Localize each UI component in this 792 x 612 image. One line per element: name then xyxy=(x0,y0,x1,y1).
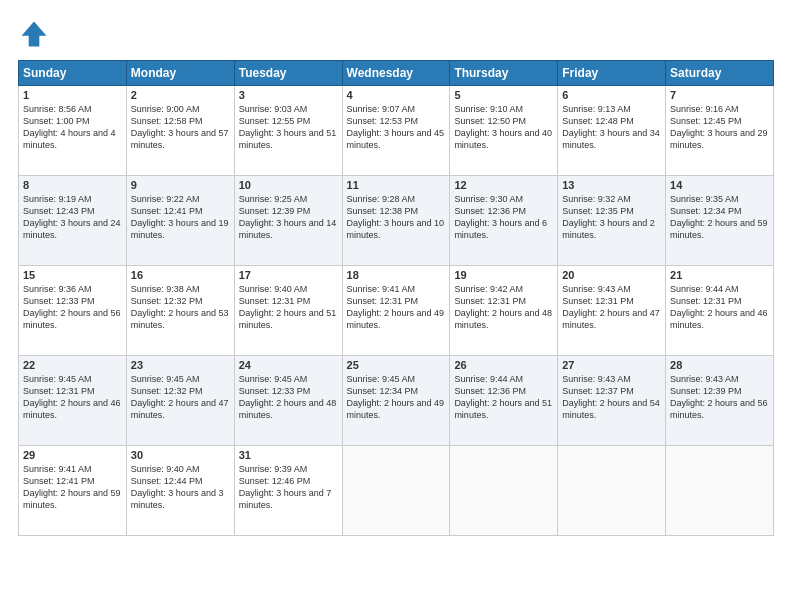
day-number: 26 xyxy=(454,359,553,371)
calendar-cell: 2Sunrise: 9:00 AMSunset: 12:58 PMDayligh… xyxy=(126,86,234,176)
weekday-header-wednesday: Wednesday xyxy=(342,61,450,86)
cell-content: Sunrise: 9:00 AMSunset: 12:58 PMDaylight… xyxy=(131,103,230,152)
cell-content: Sunrise: 9:16 AMSunset: 12:45 PMDaylight… xyxy=(670,103,769,152)
week-row-5: 29Sunrise: 9:41 AMSunset: 12:41 PMDaylig… xyxy=(19,446,774,536)
day-number: 28 xyxy=(670,359,769,371)
header-row: SundayMondayTuesdayWednesdayThursdayFrid… xyxy=(19,61,774,86)
day-number: 31 xyxy=(239,449,338,461)
calendar-cell: 27Sunrise: 9:43 AMSunset: 12:37 PMDaylig… xyxy=(558,356,666,446)
calendar-cell: 4Sunrise: 9:07 AMSunset: 12:53 PMDayligh… xyxy=(342,86,450,176)
cell-content: Sunrise: 9:43 AMSunset: 12:31 PMDaylight… xyxy=(562,283,661,332)
day-number: 15 xyxy=(23,269,122,281)
day-number: 8 xyxy=(23,179,122,191)
cell-content: Sunrise: 9:45 AMSunset: 12:31 PMDaylight… xyxy=(23,373,122,422)
day-number: 13 xyxy=(562,179,661,191)
weekday-header-friday: Friday xyxy=(558,61,666,86)
day-number: 6 xyxy=(562,89,661,101)
day-number: 19 xyxy=(454,269,553,281)
cell-content: Sunrise: 9:07 AMSunset: 12:53 PMDaylight… xyxy=(347,103,446,152)
cell-content: Sunrise: 8:56 AMSunset: 1:00 PMDaylight:… xyxy=(23,103,122,152)
cell-content: Sunrise: 9:45 AMSunset: 12:33 PMDaylight… xyxy=(239,373,338,422)
calendar-body: 1Sunrise: 8:56 AMSunset: 1:00 PMDaylight… xyxy=(19,86,774,536)
week-row-1: 1Sunrise: 8:56 AMSunset: 1:00 PMDaylight… xyxy=(19,86,774,176)
logo-icon xyxy=(18,18,50,50)
calendar-cell: 16Sunrise: 9:38 AMSunset: 12:32 PMDaylig… xyxy=(126,266,234,356)
week-row-2: 8Sunrise: 9:19 AMSunset: 12:43 PMDayligh… xyxy=(19,176,774,266)
calendar-cell: 29Sunrise: 9:41 AMSunset: 12:41 PMDaylig… xyxy=(19,446,127,536)
weekday-header-tuesday: Tuesday xyxy=(234,61,342,86)
weekday-header-sunday: Sunday xyxy=(19,61,127,86)
day-number: 14 xyxy=(670,179,769,191)
calendar-cell: 24Sunrise: 9:45 AMSunset: 12:33 PMDaylig… xyxy=(234,356,342,446)
day-number: 24 xyxy=(239,359,338,371)
cell-content: Sunrise: 9:30 AMSunset: 12:36 PMDaylight… xyxy=(454,193,553,242)
day-number: 7 xyxy=(670,89,769,101)
cell-content: Sunrise: 9:39 AMSunset: 12:46 PMDaylight… xyxy=(239,463,338,512)
day-number: 12 xyxy=(454,179,553,191)
calendar-cell: 8Sunrise: 9:19 AMSunset: 12:43 PMDayligh… xyxy=(19,176,127,266)
day-number: 22 xyxy=(23,359,122,371)
calendar-cell: 10Sunrise: 9:25 AMSunset: 12:39 PMDaylig… xyxy=(234,176,342,266)
svg-marker-0 xyxy=(22,22,47,47)
cell-content: Sunrise: 9:45 AMSunset: 12:34 PMDaylight… xyxy=(347,373,446,422)
day-number: 9 xyxy=(131,179,230,191)
calendar-cell: 6Sunrise: 9:13 AMSunset: 12:48 PMDayligh… xyxy=(558,86,666,176)
calendar-cell: 3Sunrise: 9:03 AMSunset: 12:55 PMDayligh… xyxy=(234,86,342,176)
cell-content: Sunrise: 9:42 AMSunset: 12:31 PMDaylight… xyxy=(454,283,553,332)
day-number: 10 xyxy=(239,179,338,191)
day-number: 1 xyxy=(23,89,122,101)
calendar-cell: 5Sunrise: 9:10 AMSunset: 12:50 PMDayligh… xyxy=(450,86,558,176)
calendar-cell: 18Sunrise: 9:41 AMSunset: 12:31 PMDaylig… xyxy=(342,266,450,356)
cell-content: Sunrise: 9:32 AMSunset: 12:35 PMDaylight… xyxy=(562,193,661,242)
calendar-cell: 1Sunrise: 8:56 AMSunset: 1:00 PMDaylight… xyxy=(19,86,127,176)
calendar-cell: 28Sunrise: 9:43 AMSunset: 12:39 PMDaylig… xyxy=(666,356,774,446)
weekday-header-monday: Monday xyxy=(126,61,234,86)
day-number: 18 xyxy=(347,269,446,281)
page: SundayMondayTuesdayWednesdayThursdayFrid… xyxy=(0,0,792,612)
week-row-4: 22Sunrise: 9:45 AMSunset: 12:31 PMDaylig… xyxy=(19,356,774,446)
cell-content: Sunrise: 9:40 AMSunset: 12:31 PMDaylight… xyxy=(239,283,338,332)
cell-content: Sunrise: 9:28 AMSunset: 12:38 PMDaylight… xyxy=(347,193,446,242)
weekday-header-thursday: Thursday xyxy=(450,61,558,86)
calendar-cell: 15Sunrise: 9:36 AMSunset: 12:33 PMDaylig… xyxy=(19,266,127,356)
cell-content: Sunrise: 9:36 AMSunset: 12:33 PMDaylight… xyxy=(23,283,122,332)
calendar-cell xyxy=(666,446,774,536)
day-number: 27 xyxy=(562,359,661,371)
calendar-cell: 19Sunrise: 9:42 AMSunset: 12:31 PMDaylig… xyxy=(450,266,558,356)
cell-content: Sunrise: 9:45 AMSunset: 12:32 PMDaylight… xyxy=(131,373,230,422)
calendar-header: SundayMondayTuesdayWednesdayThursdayFrid… xyxy=(19,61,774,86)
cell-content: Sunrise: 9:44 AMSunset: 12:36 PMDaylight… xyxy=(454,373,553,422)
cell-content: Sunrise: 9:13 AMSunset: 12:48 PMDaylight… xyxy=(562,103,661,152)
day-number: 11 xyxy=(347,179,446,191)
day-number: 21 xyxy=(670,269,769,281)
calendar-cell: 22Sunrise: 9:45 AMSunset: 12:31 PMDaylig… xyxy=(19,356,127,446)
calendar-cell: 7Sunrise: 9:16 AMSunset: 12:45 PMDayligh… xyxy=(666,86,774,176)
day-number: 4 xyxy=(347,89,446,101)
cell-content: Sunrise: 9:43 AMSunset: 12:39 PMDaylight… xyxy=(670,373,769,422)
calendar-cell: 30Sunrise: 9:40 AMSunset: 12:44 PMDaylig… xyxy=(126,446,234,536)
day-number: 16 xyxy=(131,269,230,281)
cell-content: Sunrise: 9:03 AMSunset: 12:55 PMDaylight… xyxy=(239,103,338,152)
calendar-cell: 9Sunrise: 9:22 AMSunset: 12:41 PMDayligh… xyxy=(126,176,234,266)
day-number: 23 xyxy=(131,359,230,371)
cell-content: Sunrise: 9:38 AMSunset: 12:32 PMDaylight… xyxy=(131,283,230,332)
day-number: 17 xyxy=(239,269,338,281)
calendar-cell: 31Sunrise: 9:39 AMSunset: 12:46 PMDaylig… xyxy=(234,446,342,536)
calendar-cell: 11Sunrise: 9:28 AMSunset: 12:38 PMDaylig… xyxy=(342,176,450,266)
cell-content: Sunrise: 9:43 AMSunset: 12:37 PMDaylight… xyxy=(562,373,661,422)
calendar-cell: 13Sunrise: 9:32 AMSunset: 12:35 PMDaylig… xyxy=(558,176,666,266)
calendar-cell xyxy=(342,446,450,536)
calendar-cell xyxy=(558,446,666,536)
cell-content: Sunrise: 9:40 AMSunset: 12:44 PMDaylight… xyxy=(131,463,230,512)
cell-content: Sunrise: 9:22 AMSunset: 12:41 PMDaylight… xyxy=(131,193,230,242)
calendar-cell: 17Sunrise: 9:40 AMSunset: 12:31 PMDaylig… xyxy=(234,266,342,356)
calendar-table: SundayMondayTuesdayWednesdayThursdayFrid… xyxy=(18,60,774,536)
day-number: 25 xyxy=(347,359,446,371)
calendar-cell: 20Sunrise: 9:43 AMSunset: 12:31 PMDaylig… xyxy=(558,266,666,356)
cell-content: Sunrise: 9:10 AMSunset: 12:50 PMDaylight… xyxy=(454,103,553,152)
cell-content: Sunrise: 9:41 AMSunset: 12:41 PMDaylight… xyxy=(23,463,122,512)
day-number: 20 xyxy=(562,269,661,281)
day-number: 5 xyxy=(454,89,553,101)
cell-content: Sunrise: 9:35 AMSunset: 12:34 PMDaylight… xyxy=(670,193,769,242)
day-number: 2 xyxy=(131,89,230,101)
